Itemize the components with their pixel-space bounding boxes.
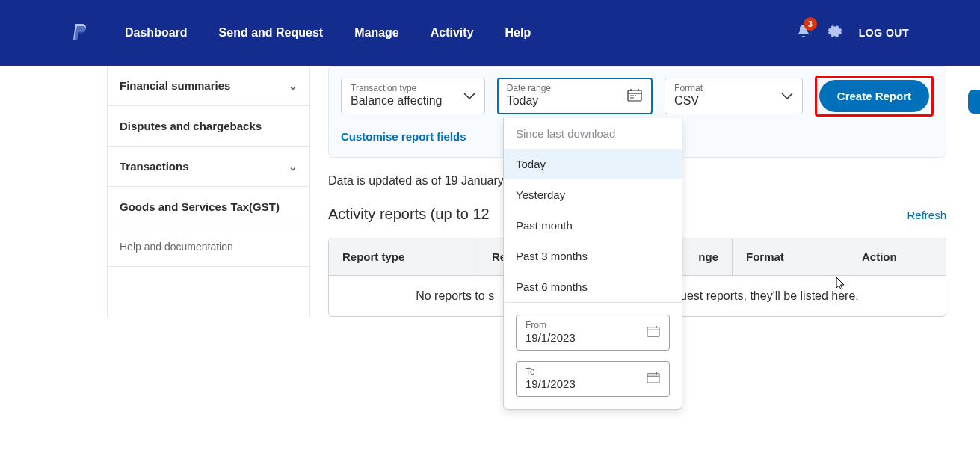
svg-point-6: [635, 95, 636, 96]
chevron-down-icon: ⌄: [289, 161, 298, 173]
settings-button[interactable]: [828, 24, 842, 42]
nav-help[interactable]: Help: [505, 26, 531, 40]
select-value: Balance affecting: [351, 94, 475, 108]
top-nav: Dashboard Send and Request Manage Activi…: [0, 0, 980, 66]
custom-date-range: From 19/1/2023 To 19/1/2023: [504, 302, 682, 317]
col-report-type: Report type: [329, 238, 478, 275]
select-label: Transaction type: [351, 83, 475, 93]
logout-button[interactable]: LOG OUT: [859, 27, 909, 39]
nav-activity[interactable]: Activity: [431, 26, 474, 40]
sidebar-item-label: Goods and Services Tax(GST): [120, 200, 280, 213]
calendar-icon: [627, 88, 642, 105]
nav-manage[interactable]: Manage: [354, 26, 399, 40]
sidebar-item-financial-summaries[interactable]: Financial summaries ⌄: [108, 66, 309, 106]
chevron-down-icon: [781, 90, 793, 103]
svg-rect-0: [628, 90, 641, 101]
dd-past-3-months[interactable]: Past 3 months: [504, 241, 682, 271]
col-format: Format: [733, 238, 848, 275]
cursor-icon: [836, 277, 846, 295]
reports-title: Activity reports (up to 12: [328, 206, 490, 223]
chevron-down-icon: ⌄: [289, 80, 298, 92]
dd-since-last-download: Since last download: [504, 118, 682, 149]
nav-send-request[interactable]: Send and Request: [219, 26, 324, 40]
chevron-down-icon: [463, 90, 475, 103]
date-range-select[interactable]: Date range Today: [497, 78, 653, 114]
content: Financial summaries ⌄ Disputes and charg…: [0, 66, 980, 317]
gear-icon: [828, 24, 842, 39]
dd-yesterday[interactable]: Yesterday: [504, 179, 682, 210]
nav-dashboard[interactable]: Dashboard: [125, 26, 188, 40]
select-value: Today: [507, 94, 643, 108]
select-label: Format: [674, 83, 793, 93]
svg-point-5: [632, 95, 634, 96]
dd-past-6-months[interactable]: Past 6 months: [504, 271, 682, 302]
paypal-logo-icon[interactable]: [71, 22, 89, 43]
nav-links: Dashboard Send and Request Manage Activi…: [125, 26, 531, 40]
date-range-dropdown: Since last download Today Yesterday Past…: [503, 118, 682, 317]
transaction-type-select[interactable]: Transaction type Balance affecting: [341, 78, 485, 114]
sidebar-item-label: Help and documentation: [120, 241, 233, 253]
nav-right: 3 LOG OUT: [796, 23, 909, 43]
select-value: CSV: [674, 94, 793, 108]
create-report-button[interactable]: Create Report: [819, 80, 929, 112]
dd-past-month[interactable]: Past month: [504, 210, 682, 241]
col-action: Action: [848, 238, 946, 275]
sidebar-item-transactions[interactable]: Transactions ⌄: [108, 147, 309, 187]
side-widget-icon[interactable]: [968, 90, 980, 114]
refresh-link[interactable]: Refresh: [907, 209, 946, 221]
customise-fields-link[interactable]: Customise report fields: [341, 130, 466, 143]
sidebar-item-gst[interactable]: Goods and Services Tax(GST): [108, 187, 309, 227]
svg-point-8: [632, 97, 634, 99]
sidebar-item-label: Transactions: [120, 160, 189, 173]
notification-badge: 3: [804, 17, 817, 31]
svg-point-7: [630, 97, 632, 99]
notifications-button[interactable]: 3: [796, 23, 811, 43]
select-label: Date range: [507, 83, 643, 93]
sidebar-item-help[interactable]: Help and documentation: [108, 227, 309, 267]
svg-point-4: [630, 95, 632, 96]
sidebar-item-label: Disputes and chargebacks: [120, 120, 262, 132]
highlight-box: Create Report: [815, 76, 934, 117]
format-select[interactable]: Format CSV: [665, 78, 803, 114]
from-date-input[interactable]: From 19/1/2023: [516, 315, 670, 317]
dd-today[interactable]: Today: [504, 149, 682, 179]
sidebar-item-disputes[interactable]: Disputes and chargebacks: [108, 106, 309, 147]
sidebar-item-label: Financial summaries: [120, 79, 230, 92]
sidebar: Financial summaries ⌄ Disputes and charg…: [107, 66, 310, 317]
